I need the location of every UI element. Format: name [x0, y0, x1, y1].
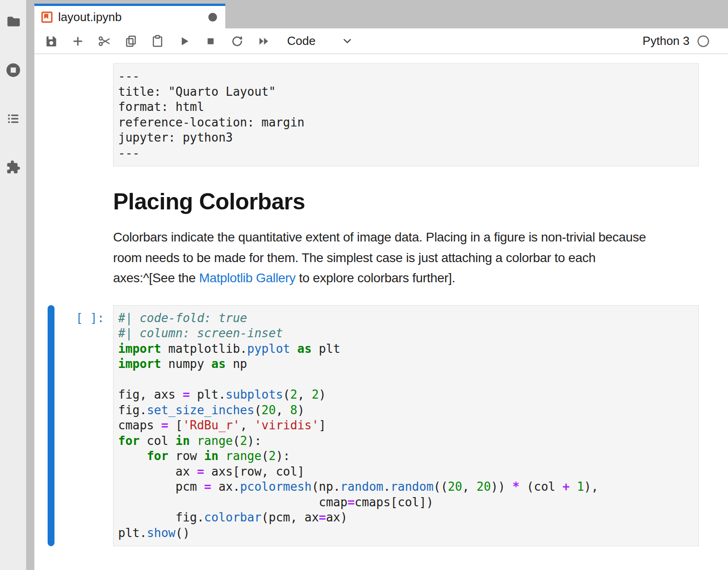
- fast-forward-icon: [257, 34, 271, 48]
- sidebar-item-file-browser[interactable]: [5, 13, 22, 30]
- plus-icon: [71, 34, 85, 48]
- restart-icon: [230, 34, 244, 48]
- run-all-cells-button[interactable]: [257, 34, 271, 48]
- code-cell: [ ]: #| code-fold: true#| column: screen…: [34, 305, 728, 547]
- puzzle-icon: [6, 160, 21, 175]
- paste-icon: [151, 34, 164, 48]
- cell-type-dropdown[interactable]: Code: [287, 34, 353, 48]
- matplotlib-gallery-link[interactable]: Matplotlib Gallery: [199, 271, 296, 285]
- kernel-name[interactable]: Python 3: [642, 34, 690, 48]
- raw-cell-editor[interactable]: ---title: "Quarto Layout"format: htmlref…: [113, 63, 699, 166]
- notebook-file-icon: [41, 11, 53, 23]
- activity-sidebar: [0, 0, 26, 570]
- insert-cell-button[interactable]: [71, 34, 85, 48]
- paragraph-line: Colorbars indicate the quantitative exte…: [113, 227, 699, 248]
- folder-icon: [5, 14, 21, 29]
- save-button[interactable]: [44, 34, 58, 48]
- kernel-status-icon: [697, 35, 710, 48]
- save-icon: [44, 34, 58, 48]
- jupyterlab-window: layout.ipynb: [0, 0, 728, 570]
- copy-cells-button[interactable]: [124, 34, 138, 48]
- interrupt-kernel-button[interactable]: [204, 34, 217, 48]
- markdown-heading: Placing Colorbars: [113, 188, 699, 215]
- cell-type-value: Code: [287, 34, 315, 48]
- paragraph-line: room needs to be made for them. The simp…: [113, 248, 699, 269]
- stop-circle-icon: [5, 62, 21, 78]
- markdown-paragraph: Colorbars indicate the quantitative exte…: [113, 227, 699, 289]
- list-icon: [6, 112, 20, 126]
- unsaved-changes-dot[interactable]: [208, 13, 217, 22]
- sidebar-item-table-of-contents[interactable]: [5, 110, 22, 127]
- tab-title: layout.ipynb: [58, 10, 208, 24]
- paragraph-line: axes:^[See the Matplotlib Gallery to exp…: [113, 268, 699, 289]
- raw-cell: ---title: "Quarto Layout"format: htmlref…: [113, 63, 699, 166]
- notebook-scroll-area: ---title: "Quarto Layout"format: htmlref…: [34, 54, 728, 570]
- sidebar-splitter[interactable]: [26, 0, 34, 570]
- restart-kernel-button[interactable]: [230, 34, 244, 48]
- run-icon: [177, 34, 191, 48]
- cut-icon: [98, 34, 111, 48]
- chevron-down-icon: [341, 35, 353, 47]
- main-panel: layout.ipynb: [34, 0, 728, 570]
- cell-input-prompt: [ ]:: [34, 311, 104, 326]
- tab-layout-ipynb[interactable]: layout.ipynb: [34, 4, 225, 28]
- sidebar-item-running-kernels[interactable]: [5, 62, 22, 78]
- notebook-toolbar: Code Python 3: [34, 28, 728, 54]
- code-cell-editor[interactable]: #| code-fold: true#| column: screen-inse…: [113, 305, 699, 547]
- stop-icon: [204, 34, 217, 48]
- active-cell-collapser[interactable]: [48, 305, 54, 547]
- paste-cells-button[interactable]: [151, 34, 164, 48]
- markdown-cell[interactable]: Placing Colorbars Colorbars indicate the…: [113, 188, 699, 289]
- tab-bar: layout.ipynb: [34, 0, 728, 28]
- cut-cells-button[interactable]: [98, 34, 111, 48]
- sidebar-item-extensions[interactable]: [5, 159, 22, 175]
- copy-icon: [124, 34, 138, 48]
- run-cell-button[interactable]: [177, 34, 191, 48]
